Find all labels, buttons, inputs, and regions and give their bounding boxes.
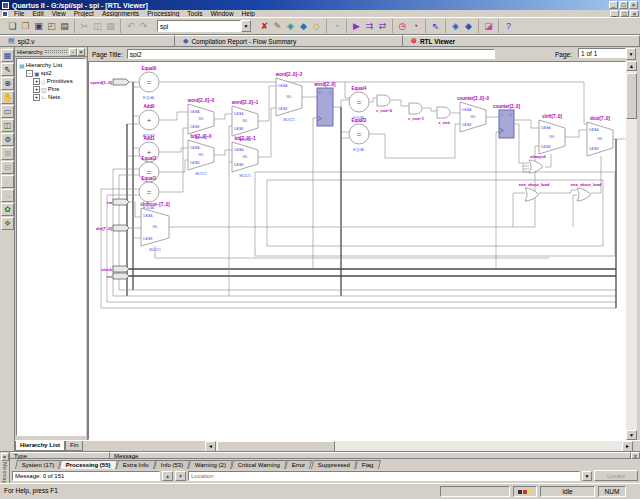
- tree-item-primitives[interactable]: +◇Primitives: [17, 77, 85, 85]
- tree-item-nets[interactable]: +∟Nets: [17, 93, 85, 101]
- mux-bit0[interactable]: bit[2..0]~0DATAADATABSELMUX21: [188, 134, 214, 176]
- select-tool-button[interactable]: ⇖: [1, 63, 14, 76]
- reg-word[interactable]: word[2..0]DQ: [313, 82, 336, 126]
- previous-message-button[interactable]: ▲: [162, 471, 173, 481]
- fit-in-window-button[interactable]: ▭: [1, 105, 14, 118]
- menu-edit[interactable]: Edit: [28, 10, 47, 17]
- run-eda-tool-button[interactable]: ⇄: [376, 20, 389, 33]
- maximize-button[interactable]: □: [619, 1, 628, 9]
- menu-assignments[interactable]: Assignments: [98, 10, 143, 17]
- technology-map-viewer-button[interactable]: ◆: [462, 20, 475, 33]
- add0[interactable]: +Add0ADDER: [139, 104, 159, 138]
- messages-tab-warning-2-[interactable]: Warning (2): [188, 460, 233, 469]
- pin-din[interactable]: din[7..0]: [96, 225, 129, 231]
- mux-dout[interactable]: dout[7..0]DATAADATABSEL: [587, 116, 613, 156]
- pin-rw[interactable]: rw: [107, 199, 129, 205]
- print-button[interactable]: ▤: [58, 20, 71, 33]
- tree-item-hierarchy-list[interactable]: ▤Hierarchy List: [17, 61, 85, 69]
- stop-processing-button[interactable]: ✘: [258, 20, 271, 33]
- assignment-editor-button[interactable]: ✎: [271, 20, 284, 33]
- messages-close-button[interactable]: ×: [1, 453, 9, 461]
- select-pointer-button[interactable]: ⇖: [429, 20, 442, 33]
- doc-tab-spi2v[interactable]: ▤spi2.v: [0, 35, 175, 46]
- search-input[interactable]: [157, 20, 241, 32]
- analysis-synthesis-button[interactable]: ◇: [310, 20, 323, 33]
- start-simulation-button[interactable]: ▶: [350, 20, 363, 33]
- messages-tab-system-17-[interactable]: System (17): [15, 460, 61, 469]
- app-icon[interactable]: [2, 2, 9, 9]
- messages-panel-button[interactable]: ≡: [631, 452, 640, 459]
- menu-processing[interactable]: Processing: [143, 10, 183, 17]
- tree-expander-icon[interactable]: +: [33, 94, 40, 101]
- gate-ena-shout-load0[interactable]: ena_shout_load: [519, 182, 550, 201]
- minimize-button[interactable]: _: [609, 1, 618, 9]
- location-dropdown-icon[interactable]: ▼: [582, 471, 592, 481]
- mux-word2[interactable]: word[2..0]~2DATAADATABSELMUX21: [275, 72, 303, 122]
- hierarchy-close-button[interactable]: ×: [77, 48, 85, 56]
- equal4[interactable]: =Equal4EQUAL: [349, 86, 369, 120]
- gate-ena-shout-load1[interactable]: ena_shout_load: [571, 182, 602, 201]
- column-header-type[interactable]: Type: [10, 452, 110, 458]
- gate-s-ena0[interactable]: s_ena~0: [376, 95, 393, 113]
- scroll-up-button[interactable]: ▲: [626, 61, 637, 71]
- reg-counter[interactable]: counter[2..0]DQ: [493, 104, 521, 138]
- vertical-scroll-thumb[interactable]: [626, 73, 637, 119]
- settings-dialog-button[interactable]: ◈: [284, 20, 297, 33]
- find-button[interactable]: ⊚: [1, 133, 14, 146]
- hierarchy-minimize-button[interactable]: -: [69, 48, 77, 56]
- gate-always0[interactable]: always0: [529, 154, 546, 173]
- mdi-child-icon[interactable]: [2, 11, 8, 17]
- pin-clock[interactable]: clock: [101, 266, 129, 272]
- scroll-down-button[interactable]: ▼: [626, 430, 637, 440]
- help-button[interactable]: ?: [502, 20, 515, 33]
- menu-tools[interactable]: Tools: [183, 10, 206, 17]
- next-message-button[interactable]: ▼: [175, 471, 186, 481]
- close-button[interactable]: ×: [629, 1, 638, 9]
- mux-counter0[interactable]: counter[2..0]~0DATAADATABSEL: [457, 96, 490, 132]
- search-combo-arrow-icon[interactable]: ▼: [241, 20, 251, 32]
- mdi-close-button[interactable]: ×: [630, 10, 639, 17]
- open-project-button[interactable]: ◰: [45, 20, 58, 33]
- tree-expander-icon[interactable]: +: [33, 86, 40, 93]
- messages-tab-flag[interactable]: Flag: [355, 460, 381, 469]
- schematic-window-button[interactable]: ▦: [1, 49, 14, 62]
- mdi-restore-button[interactable]: □: [620, 10, 629, 17]
- hand-tool-button[interactable]: ✋: [1, 91, 14, 104]
- schematic-svg[interactable]: speed[1..0]rwdin[7..0]clockrst=Equal0EQU…: [89, 62, 626, 440]
- messages-tab-extra-info[interactable]: Extra Info: [116, 460, 156, 469]
- page-select-arrow-icon[interactable]: ▼: [626, 48, 636, 60]
- page-select-value[interactable]: 1 of 1: [578, 48, 626, 58]
- page-title-input[interactable]: [127, 49, 495, 59]
- doc-tab-rtl[interactable]: ⊚RTL Viewer: [403, 35, 640, 46]
- tree-item-pins[interactable]: +◫Pins: [17, 85, 85, 93]
- save-button[interactable]: ▣: [32, 20, 45, 33]
- column-header-message[interactable]: Message: [110, 452, 631, 458]
- bottom-tab-fin[interactable]: Fin: [65, 441, 83, 451]
- messages-tab-critical-warning[interactable]: Critical Warning: [231, 460, 287, 469]
- equal3[interactable]: =Equal3EQUAL: [349, 118, 369, 152]
- equal0[interactable]: =Equal0EQUAL: [139, 66, 159, 100]
- start-compilation-button[interactable]: ◆: [297, 20, 310, 33]
- chip-planner-button[interactable]: ◪: [482, 20, 495, 33]
- menu-view[interactable]: View: [48, 10, 70, 17]
- menu-file[interactable]: File: [10, 10, 28, 17]
- vertical-scrollbar[interactable]: ▲ ▼: [626, 61, 637, 440]
- timing-wizard-button[interactable]: ◔: [409, 20, 422, 33]
- messages-tab-processing-55-[interactable]: Processing (55): [59, 460, 118, 469]
- mux-shiftout[interactable]: shiftout~[7..0]DATAADATABSELMUX21: [140, 202, 170, 252]
- rtl-viewer-tool-button[interactable]: ◈: [449, 20, 462, 33]
- location-input[interactable]: [188, 471, 580, 481]
- mdi-minimize-button[interactable]: _: [610, 10, 619, 17]
- tree-expander-icon[interactable]: -: [26, 70, 33, 77]
- new-file-button[interactable]: ❏: [6, 20, 19, 33]
- hierarchy-panel-grip[interactable]: [45, 50, 67, 53]
- netlist-navigator-button[interactable]: ✿: [1, 203, 14, 216]
- pin-speed[interactable]: speed[1..0]: [90, 79, 129, 85]
- menu-window[interactable]: Window: [206, 10, 237, 17]
- open-file-button[interactable]: ❐: [19, 20, 32, 33]
- tree-expander-icon[interactable]: +: [33, 78, 40, 85]
- menu-project[interactable]: Project: [70, 10, 98, 17]
- pin-rst[interactable]: rst: [107, 273, 129, 279]
- full-screen-button[interactable]: ◫: [1, 119, 14, 132]
- messages-tab-suppressed[interactable]: Suppressed: [311, 460, 357, 469]
